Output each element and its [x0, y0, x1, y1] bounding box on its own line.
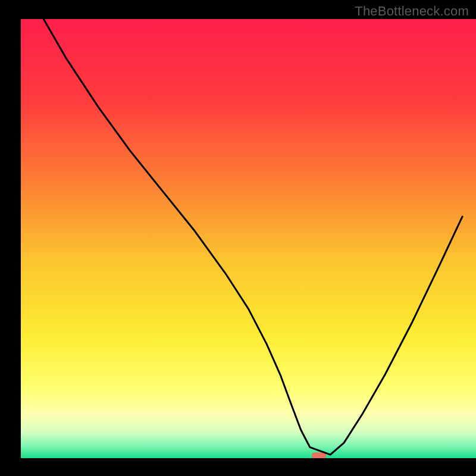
- optimal-marker: [312, 452, 326, 458]
- frame-bottom: [0, 458, 476, 476]
- gradient-background: [21, 19, 476, 458]
- frame-left: [0, 0, 21, 476]
- chart-frame: TheBottleneck.com: [0, 0, 476, 476]
- bottleneck-chart: [0, 0, 476, 476]
- watermark-label: TheBottleneck.com: [355, 4, 469, 19]
